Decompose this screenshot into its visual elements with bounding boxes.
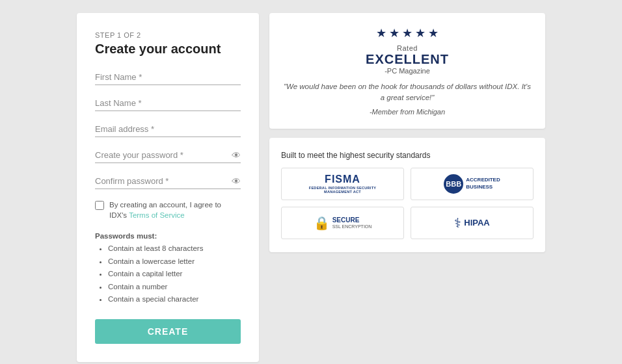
last-name-group: [95, 96, 241, 111]
star-5: ★: [428, 26, 439, 40]
form-card: STEP 1 OF 2 Create your account 👁 👁 By c…: [77, 13, 259, 362]
hipaa-logo-box: ⚕ HIPAA: [411, 207, 534, 239]
password-group: 👁: [95, 148, 241, 163]
ssl-logo: 🔒 SECURE SSL ENCRYPTION: [314, 215, 372, 231]
create-button[interactable]: CREATE: [95, 319, 241, 344]
lock-icon: 🔒: [314, 215, 330, 231]
hipaa-logo: ⚕ HIPAA: [454, 215, 489, 231]
right-column: ★ ★ ★ ★ ★ Rated EXCELLENT -PC Magazine "…: [269, 13, 545, 362]
rule-item: Contain a capital letter: [108, 268, 241, 281]
star-3: ★: [402, 26, 412, 40]
step-label: STEP 1 OF 2: [95, 31, 241, 39]
first-name-group: [95, 70, 241, 85]
email-group: [95, 122, 241, 137]
bbb-text: ACCREDITEDBUSINESS: [466, 177, 500, 190]
bbb-seal: BBB: [444, 174, 463, 194]
hipaa-icon: ⚕: [454, 215, 461, 231]
password-rules: Passwords must: Contain at least 8 chara…: [95, 232, 241, 306]
fisma-logo-box: FISMA FEDERAL INFORMATION SECURITYMANAGE…: [281, 168, 404, 200]
terms-link[interactable]: Terms of Service: [129, 211, 185, 219]
terms-checkbox[interactable]: [95, 201, 104, 210]
review-member: -Member from Michigan: [281, 108, 534, 116]
email-input[interactable]: [95, 122, 241, 137]
password-input[interactable]: [95, 148, 241, 163]
ssl-sub: SSL ENCRYPTION: [332, 224, 372, 229]
main-container: STEP 1 OF 2 Create your account 👁 👁 By c…: [64, 0, 558, 364]
terms-text: By creating an account, I agree to IDX's…: [109, 200, 241, 220]
rule-item: Contain a special character: [108, 293, 241, 306]
password-rules-header: Passwords must:: [95, 232, 241, 240]
last-name-input[interactable]: [95, 96, 241, 111]
ssl-logo-box: 🔒 SECURE SSL ENCRYPTION: [281, 207, 404, 239]
rule-item: Contain a lowercase letter: [108, 255, 241, 268]
star-4: ★: [415, 26, 426, 40]
terms-row: By creating an account, I agree to IDX's…: [95, 200, 241, 220]
first-name-input[interactable]: [95, 70, 241, 85]
confirm-password-input[interactable]: [95, 174, 241, 189]
excellent-label: EXCELLENT: [281, 52, 534, 67]
star-1: ★: [376, 26, 386, 40]
rated-label: Rated: [281, 44, 534, 52]
security-card: Built to meet the highest security stand…: [269, 138, 545, 252]
review-quote: "We would have been on the hook for thou…: [281, 81, 534, 104]
bbb-logo-box: BBB ACCREDITEDBUSINESS: [411, 168, 534, 200]
ssl-text: SECURE: [332, 216, 372, 224]
rule-item: Contain at least 8 characters: [108, 242, 241, 255]
hipaa-text: HIPAA: [464, 218, 489, 228]
star-rating: ★ ★ ★ ★ ★: [281, 26, 534, 40]
password-eye-icon[interactable]: 👁: [232, 150, 241, 161]
confirm-password-group: 👁: [95, 174, 241, 189]
pc-mag-label: -PC Magazine: [281, 67, 534, 75]
security-title: Built to meet the highest security stand…: [281, 151, 534, 160]
security-logos: FISMA FEDERAL INFORMATION SECURITYMANAGE…: [281, 168, 534, 239]
fisma-logo: FISMA FEDERAL INFORMATION SECURITYMANAGE…: [309, 173, 377, 194]
bbb-logo: BBB ACCREDITEDBUSINESS: [444, 174, 500, 194]
star-2: ★: [389, 26, 399, 40]
rule-item: Contain a number: [108, 281, 241, 294]
password-rules-list: Contain at least 8 characters Contain a …: [95, 242, 241, 306]
form-title: Create your account: [95, 42, 241, 57]
review-card: ★ ★ ★ ★ ★ Rated EXCELLENT -PC Magazine "…: [269, 13, 545, 129]
confirm-password-eye-icon[interactable]: 👁: [232, 176, 241, 187]
